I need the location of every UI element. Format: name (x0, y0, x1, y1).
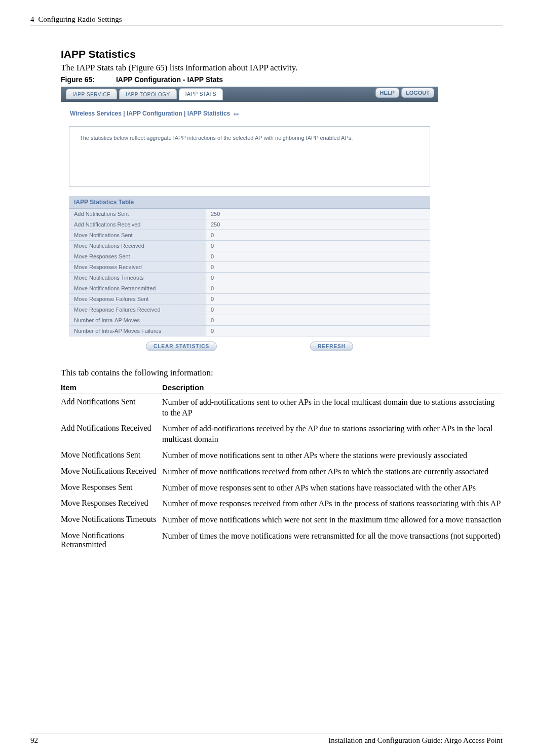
header-description: Description (162, 383, 204, 392)
breadcrumb-text: Wireless Services | IAPP Configuration |… (70, 110, 230, 117)
desc-item: Move Notifications Timeouts (61, 515, 162, 525)
stat-label: Move Notifications Sent (69, 230, 206, 240)
figure-number: Figure 65: (61, 75, 114, 84)
header-item: Item (61, 383, 162, 392)
screenshot-iapp-stats: IAPP SERVICE IAPP TOPOLOGY IAPP STATS HE… (61, 87, 438, 357)
table-row: Move Notifications Retransmitted0 (69, 283, 430, 293)
stat-value: 250 (206, 209, 430, 219)
stat-label: Move Response Failures Received (69, 304, 206, 315)
desc-row: Add Notifications SentNumber of add-noti… (61, 397, 503, 419)
desc-text: Number of move responses received from o… (162, 499, 503, 509)
refresh-button[interactable]: REFRESH (310, 342, 353, 351)
stat-label: Move Responses Received (69, 261, 206, 272)
table-row: Add Notifications Sent250 (69, 209, 430, 219)
stat-value: 250 (206, 219, 430, 230)
stat-label: Number of Intra-AP Moves Failures (69, 325, 206, 336)
stat-value: 0 (206, 251, 430, 261)
desc-item: Add Notifications Sent (61, 397, 162, 419)
desc-item: Move Notifications Retransmitted (61, 531, 162, 549)
desc-item: Move Notifications Received (61, 467, 162, 477)
breadcrumb-arrow-icon: ▸▸ (234, 111, 239, 117)
desc-text: Number of add-notifications sent to othe… (162, 397, 503, 419)
button-row: CLEAR STATISTICS REFRESH (69, 336, 430, 351)
stat-value: 0 (206, 240, 430, 251)
table-row: Move Notifications Sent0 (69, 230, 430, 240)
desc-text: Number of move notifications received fr… (162, 467, 503, 477)
stats-table-body: Add Notifications Sent250 Add Notificati… (69, 209, 430, 336)
stat-label: Move Notifications Received (69, 240, 206, 251)
chapter-number: 4 (30, 15, 34, 24)
breadcrumb: Wireless Services | IAPP Configuration |… (61, 107, 438, 122)
stat-label: Move Response Failures Sent (69, 293, 206, 304)
desc-row: Move Notifications RetransmittedNumber o… (61, 531, 503, 549)
description-table: Item Description Add Notifications SentN… (61, 383, 503, 549)
table-row: Add Notifications Received250 (69, 219, 430, 230)
desc-text: Number of move notifications sent to oth… (162, 450, 503, 461)
desc-text: Number of move notifications which were … (162, 515, 503, 525)
desc-text: Number of times the move notifications w… (162, 531, 503, 549)
stat-value: 0 (206, 272, 430, 283)
stat-value: 0 (206, 293, 430, 304)
desc-row: Move Responses SentNumber of move respon… (61, 483, 503, 494)
table-row: Number of Intra-AP Moves Failures0 (69, 325, 430, 336)
chapter-title: Configuring Radio Settings (39, 15, 122, 24)
stat-value: 0 (206, 304, 430, 315)
figure-caption: Figure 65: IAPP Configuration - IAPP Sta… (61, 75, 503, 84)
stat-label: Add Notifications Received (69, 219, 206, 230)
desc-item: Move Notifications Sent (61, 450, 162, 461)
table-row: Move Response Failures Sent0 (69, 293, 430, 304)
table-row: Move Response Failures Received0 (69, 304, 430, 315)
desc-item: Add Notifications Received (61, 424, 162, 445)
table-row: Move Responses Received0 (69, 261, 430, 272)
stats-table-title: IAPP Statistics Table (69, 196, 430, 209)
desc-item: Move Responses Received (61, 499, 162, 509)
page-header: 4 Configuring Radio Settings (30, 15, 503, 25)
page-number: 92 (30, 736, 38, 745)
table-row: Move Notifications Received0 (69, 240, 430, 251)
table-row: Move Responses Sent0 (69, 251, 430, 261)
tab-iapp-stats[interactable]: IAPP STATS (179, 88, 223, 100)
section-title: IAPP Statistics (61, 48, 503, 60)
stat-label: Move Notifications Retransmitted (69, 283, 206, 293)
info-box-text: The statistics below reflect aggregate I… (80, 134, 420, 142)
desc-row: Move Notifications SentNumber of move no… (61, 450, 503, 461)
table-row: Move Notifications Timeouts0 (69, 272, 430, 283)
tabs-row: IAPP SERVICE IAPP TOPOLOGY IAPP STATS HE… (61, 87, 438, 102)
doc-title: Installation and Configuration Guide: Ai… (328, 736, 503, 745)
tab-iapp-topology[interactable]: IAPP TOPOLOGY (119, 89, 177, 99)
stat-value: 0 (206, 315, 430, 325)
desc-text: Number of move responses sent to other A… (162, 483, 503, 494)
desc-item: Move Responses Sent (61, 483, 162, 494)
table-row: Number of Intra-AP Moves0 (69, 315, 430, 325)
stats-table: IAPP Statistics Table Add Notifications … (69, 196, 430, 351)
stat-label: Number of Intra-AP Moves (69, 315, 206, 325)
stat-value: 0 (206, 283, 430, 293)
desc-row: Move Notifications ReceivedNumber of mov… (61, 467, 503, 477)
figure-title: IAPP Configuration - IAPP Stats (116, 75, 223, 84)
stat-label: Move Responses Sent (69, 251, 206, 261)
section-intro: The IAPP Stats tab (Figure 65) lists inf… (61, 62, 503, 74)
tab-iapp-service[interactable]: IAPP SERVICE (66, 89, 117, 99)
logout-button[interactable]: LOGOUT (401, 88, 434, 98)
clear-statistics-button[interactable]: CLEAR STATISTICS (146, 342, 217, 351)
stat-label: Move Notifications Timeouts (69, 272, 206, 283)
desc-text: Number of add-notifications received by … (162, 424, 503, 445)
description-table-header: Item Description (61, 383, 503, 394)
page-footer: 92 Installation and Configuration Guide:… (30, 734, 503, 745)
stat-value: 0 (206, 325, 430, 336)
info-box: The statistics below reflect aggregate I… (69, 126, 430, 187)
desc-row: Move Notifications TimeoutsNumber of mov… (61, 515, 503, 525)
top-buttons: HELP LOGOUT (375, 88, 434, 98)
after-figure-text: This tab contains the following informat… (61, 367, 503, 379)
stat-value: 0 (206, 230, 430, 240)
stat-label: Add Notifications Sent (69, 209, 206, 219)
desc-row: Move Responses ReceivedNumber of move re… (61, 499, 503, 509)
desc-row: Add Notifications ReceivedNumber of add-… (61, 424, 503, 445)
help-button[interactable]: HELP (375, 88, 399, 98)
stat-value: 0 (206, 261, 430, 272)
